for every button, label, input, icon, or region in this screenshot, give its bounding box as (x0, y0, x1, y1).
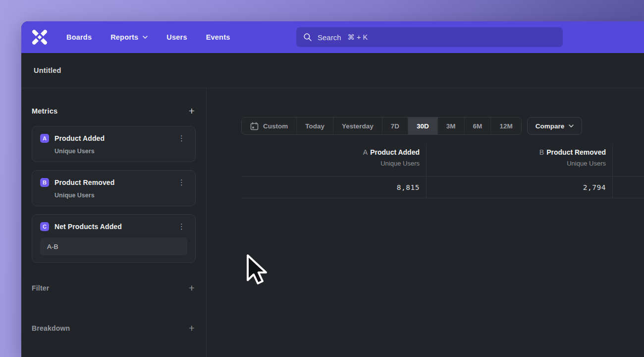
search-placeholder: Search (318, 33, 341, 42)
add-metric-button[interactable]: + (188, 106, 196, 116)
date-range-label: Today (305, 122, 324, 130)
top-navbar: Boards Reports Users Events Search ⌘ + K (21, 21, 644, 53)
date-range-7d[interactable]: 7D (382, 118, 408, 134)
add-breakdown-button[interactable]: + (188, 323, 196, 333)
value-overflow (613, 177, 644, 198)
metric-name: Product Removed (54, 178, 114, 186)
date-range-label: 30D (417, 122, 429, 130)
metric-card-c[interactable]: C Net Products Added ⋮ A-B (32, 214, 196, 263)
date-range-label: 12M (499, 122, 512, 130)
table-header-row: AProduct Added Unique Users BProduct Rem… (241, 144, 644, 177)
column-letter: A (363, 148, 368, 156)
metric-menu-icon[interactable]: ⋮ (176, 134, 187, 143)
compare-label: Compare (536, 122, 565, 130)
metric-menu-icon[interactable]: ⋮ (176, 178, 187, 187)
search-icon (303, 33, 312, 42)
nav-item-label: Users (166, 33, 187, 41)
metric-measurement[interactable]: Unique Users (54, 148, 187, 155)
date-range-label: 6M (473, 122, 483, 130)
table-header-product-removed[interactable]: BProduct Removed Unique Users (427, 144, 613, 177)
breakdown-section-header: Breakdown + (32, 322, 196, 334)
metric-badge: A (40, 134, 49, 143)
date-range-12m[interactable]: 12M (490, 118, 521, 134)
search-input[interactable]: Search ⌘ + K (296, 27, 563, 47)
metric-name: Net Products Added (54, 223, 122, 231)
column-name: Product Removed (546, 148, 606, 156)
metrics-title: Metrics (32, 107, 57, 115)
filter-title: Filter (32, 284, 49, 292)
metric-card-a[interactable]: A Product Added ⋮ Unique Users (32, 126, 196, 162)
report-title[interactable]: Untitled (34, 66, 61, 74)
date-range-label: 7D (391, 122, 399, 130)
nav-item-events[interactable]: Events (206, 33, 230, 41)
date-toolbar: Custom Today Yesterday 7D 30D 3M 6M 12M … (241, 117, 582, 135)
table-header-overflow (613, 144, 644, 177)
nav-item-reports[interactable]: Reports (110, 33, 148, 41)
metrics-table: AProduct Added Unique Users BProduct Rem… (241, 144, 644, 198)
date-range-label: Yesterday (342, 122, 374, 130)
search-shortcut: ⌘ + K (348, 33, 368, 41)
calendar-icon (250, 122, 259, 130)
metric-menu-icon[interactable]: ⋮ (176, 222, 187, 231)
breakdown-title: Breakdown (32, 324, 70, 332)
metric-measurement[interactable]: Unique Users (54, 192, 187, 199)
date-range-yesterday[interactable]: Yesterday (333, 118, 382, 134)
date-range-30d[interactable]: 30D (408, 118, 437, 134)
table-header-product-added[interactable]: AProduct Added Unique Users (241, 144, 427, 177)
nav-item-label: Events (206, 33, 230, 41)
metric-name: Product Added (54, 134, 105, 142)
metric-card-b[interactable]: B Product Removed ⋮ Unique Users (32, 170, 196, 206)
metrics-section-header: Metrics + (32, 104, 196, 118)
compare-button[interactable]: Compare (527, 117, 583, 135)
value-product-added[interactable]: 8,815 (241, 177, 427, 198)
report-header: Untitled (21, 53, 644, 88)
table-value-row: 8,815 2,794 (241, 177, 644, 198)
filter-section-header: Filter + (32, 282, 196, 294)
date-range-segmented-control: Custom Today Yesterday 7D 30D 3M 6M 12M (241, 117, 522, 135)
nav-menu: Boards Reports Users Events (66, 33, 230, 41)
column-subtitle: Unique Users (241, 160, 420, 167)
date-range-custom[interactable]: Custom (242, 118, 296, 134)
column-subtitle: Unique Users (427, 160, 606, 167)
column-name: Product Added (370, 148, 420, 156)
column-letter: B (539, 148, 544, 156)
metric-badge: C (40, 222, 49, 231)
nav-item-label: Reports (110, 33, 138, 41)
date-range-today[interactable]: Today (296, 118, 333, 134)
add-filter-button[interactable]: + (188, 283, 196, 293)
date-range-6m[interactable]: 6M (464, 118, 491, 134)
metric-badge: B (40, 178, 49, 187)
chevron-down-icon (569, 124, 574, 127)
report-canvas: Custom Today Yesterday 7D 30D 3M 6M 12M … (207, 88, 644, 357)
nav-item-boards[interactable]: Boards (66, 33, 92, 41)
date-range-label: Custom (263, 122, 288, 130)
date-range-label: 3M (446, 122, 456, 130)
nav-item-users[interactable]: Users (166, 33, 187, 41)
nav-item-label: Boards (66, 33, 92, 41)
app-window: Boards Reports Users Events Search ⌘ + K (21, 21, 644, 357)
mixpanel-logo-icon[interactable] (31, 29, 48, 46)
formula-input[interactable]: A-B (40, 238, 187, 255)
chevron-down-icon (143, 36, 148, 39)
date-range-3m[interactable]: 3M (437, 118, 464, 134)
value-product-removed[interactable]: 2,794 (427, 177, 613, 198)
query-sidebar: Metrics + A Product Added ⋮ Unique Users… (21, 88, 207, 357)
